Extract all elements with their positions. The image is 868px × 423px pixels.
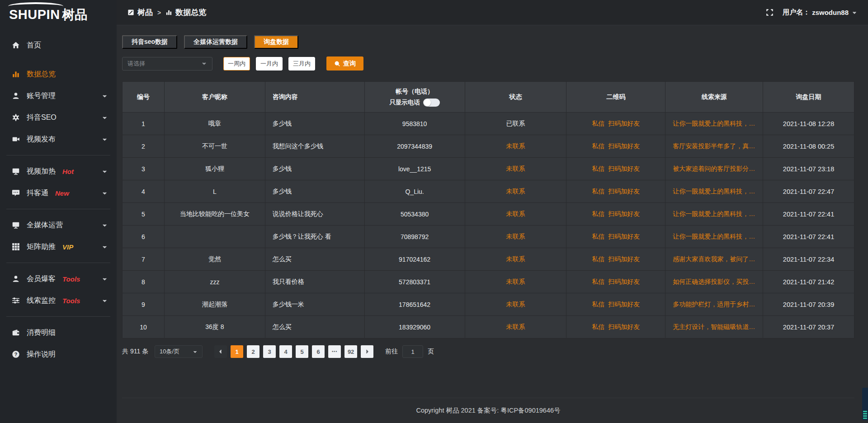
fullscreen-icon[interactable] xyxy=(766,9,774,16)
row-account: Q_Liu. xyxy=(364,180,465,203)
row-content: 说说价格让我死心 xyxy=(265,203,364,226)
next-page-button[interactable] xyxy=(361,345,373,358)
qr-private-message-link[interactable]: 私信 xyxy=(592,255,604,263)
sidebar-item-matrix-boost[interactable]: 矩阵助推VIP xyxy=(0,236,117,258)
row-account: 2097344839 xyxy=(364,135,465,158)
row-source-link[interactable]: 让你一眼就爱上的黑科技，能... xyxy=(665,180,763,203)
qr-private-message-link[interactable]: 私信 xyxy=(592,188,604,195)
row-source-link[interactable]: 多功能护栏灯，适用于乡村文... xyxy=(665,293,763,316)
phone-only-toggle[interactable] xyxy=(423,99,440,107)
query-button[interactable]: 查询 xyxy=(326,56,363,70)
qr-private-message-link[interactable]: 私信 xyxy=(592,278,604,285)
sidebar-item-member-burst[interactable]: 会员爆客Tools xyxy=(0,268,117,290)
chevron-down-icon xyxy=(102,244,108,250)
qr-private-message-link[interactable]: 私信 xyxy=(592,142,604,150)
chevron-down-icon xyxy=(102,169,108,174)
row-source-link[interactable]: 让你一眼就爱上的黑科技，能... xyxy=(665,113,763,135)
page-button-1[interactable]: 1 xyxy=(231,345,243,358)
row-date: 2021-11-07 22:34 xyxy=(763,248,854,271)
qr-private-message-link[interactable]: 私信 xyxy=(592,120,604,127)
more-pages-button[interactable]: ••• xyxy=(328,345,341,358)
sidebar-item-video-publish[interactable]: 视频发布 xyxy=(0,128,117,150)
qr-scan-add-friend-link[interactable]: 扫码加好友 xyxy=(608,301,640,308)
row-source-link[interactable]: 无主灯设计，智能磁吸轨道灯... xyxy=(665,316,763,338)
row-date: 2021-11-08 12:28 xyxy=(763,113,854,135)
qr-scan-add-friend-link[interactable]: 扫码加好友 xyxy=(608,142,640,150)
chevron-down-icon xyxy=(102,298,108,304)
row-content: 怎么买 xyxy=(265,248,364,271)
chat-icon xyxy=(12,189,20,197)
page-button-2[interactable]: 2 xyxy=(247,345,259,358)
qr-scan-add-friend-link[interactable]: 扫码加好友 xyxy=(608,188,640,195)
row-content: 多少钱？让我死心 看 xyxy=(265,226,364,248)
page-button-92[interactable]: 92 xyxy=(344,345,357,358)
table-row: 1036度 8怎么买183929060未联系私信扫码加好友无主灯设计，智能磁吸轨… xyxy=(123,316,854,338)
sidebar-item-account-manage[interactable]: 账号管理 xyxy=(0,85,117,107)
sidebar-item-help[interactable]: ?操作说明 xyxy=(0,343,117,365)
range-button-2[interactable]: 三月内 xyxy=(288,57,315,70)
filter-select-placeholder: 请选择 xyxy=(127,60,145,68)
goto-page-input[interactable] xyxy=(402,345,423,358)
page-size-select[interactable]: 10条/页 xyxy=(155,345,203,358)
row-source-link[interactable]: 让你一眼就爱上的黑科技，能... xyxy=(665,203,763,226)
qr-scan-add-friend-link[interactable]: 扫码加好友 xyxy=(608,323,640,330)
page-button-5[interactable]: 5 xyxy=(296,345,308,358)
breadcrumb-separator: > xyxy=(156,9,162,16)
row-source-link[interactable]: 被大家追着问的客厅投影分享... xyxy=(665,158,763,180)
row-content: 多少钱 xyxy=(265,113,364,135)
breadcrumb-root[interactable]: 树品 xyxy=(137,7,153,18)
tab-button-2[interactable]: 询盘数据 xyxy=(254,35,298,49)
chevron-down-icon xyxy=(102,136,108,142)
range-button-1[interactable]: 一月内 xyxy=(256,57,283,70)
row-source-link[interactable]: 让你一眼就爱上的黑科技，能... xyxy=(665,226,763,248)
qr-scan-add-friend-link[interactable]: 扫码加好友 xyxy=(608,255,640,263)
logo: SHUPIN树品 xyxy=(0,0,117,27)
qr-private-message-link[interactable]: 私信 xyxy=(592,210,604,217)
filter-select[interactable]: 请选择 xyxy=(122,57,212,70)
col-header-date: 询盘日期 xyxy=(763,82,854,113)
row-content: 多少钱一米 xyxy=(265,293,364,316)
sidebar-item-consume-detail[interactable]: 消费明细 xyxy=(0,322,117,343)
qr-private-message-link[interactable]: 私信 xyxy=(592,301,604,308)
qr-scan-add-friend-link[interactable]: 扫码加好友 xyxy=(608,165,640,172)
chevron-down-icon xyxy=(193,349,198,354)
sidebar-item-home[interactable]: 首页 xyxy=(0,34,117,56)
user-menu[interactable]: 用户名：zswodun88 xyxy=(783,8,857,17)
sidebar-item-label: 视频发布 xyxy=(27,135,56,144)
page-button-3[interactable]: 3 xyxy=(263,345,276,358)
col-header-account-title: 帐号（电话） xyxy=(365,88,465,96)
copyright-text: Copyright 树品 2021 备案号: 粤ICP备09019646号 xyxy=(416,406,560,415)
qr-scan-add-friend-link[interactable]: 扫码加好友 xyxy=(608,120,640,127)
qr-private-message-link[interactable]: 私信 xyxy=(592,323,604,330)
range-button-0[interactable]: 一周内 xyxy=(223,57,250,70)
qr-scan-add-friend-link[interactable]: 扫码加好友 xyxy=(608,233,640,240)
sidebar-item-lead-monitor[interactable]: 线索监控Tools xyxy=(0,290,117,311)
row-content: 多少钱 xyxy=(265,158,364,180)
row-source-link[interactable]: 如何正确选择投影仪，买投影... xyxy=(665,271,763,293)
tab-button-1[interactable]: 全媒体运营数据 xyxy=(184,35,247,49)
sidebar-item-video-heat[interactable]: 视频加热Hot xyxy=(0,160,117,182)
qr-private-message-link[interactable]: 私信 xyxy=(592,165,604,172)
sidebar-item-data-overview[interactable]: 数据总览 xyxy=(0,63,117,85)
page-button-6[interactable]: 6 xyxy=(312,345,325,358)
row-source-link[interactable]: 感谢大家喜欢我家，被问了好... xyxy=(665,248,763,271)
qr-scan-add-friend-link[interactable]: 扫码加好友 xyxy=(608,278,640,285)
page-button-4[interactable]: 4 xyxy=(279,345,292,358)
qr-scan-add-friend-link[interactable]: 扫码加好友 xyxy=(608,210,640,217)
goto-label: 前往 xyxy=(385,348,398,356)
sidebar-item-douyin-seo[interactable]: 抖音SEO xyxy=(0,107,117,128)
qr-private-message-link[interactable]: 私信 xyxy=(592,233,604,240)
prev-page-button[interactable] xyxy=(214,345,227,358)
row-id: 9 xyxy=(123,293,165,316)
tab-button-0[interactable]: 抖音seo数据 xyxy=(122,35,177,49)
sidebar-item-label: 矩阵助推 xyxy=(27,242,56,252)
row-nickname: 36度 8 xyxy=(164,316,265,338)
sidebar-item-douketong[interactable]: 抖客通New xyxy=(0,182,117,204)
doc-chart-icon xyxy=(127,9,134,16)
filter-row: 请选择 一周内一月内三月内 查询 xyxy=(122,56,854,70)
sidebar-item-omni-media[interactable]: 全媒体运营 xyxy=(0,214,117,236)
row-id: 10 xyxy=(123,316,165,338)
table-row: 7觉然怎么买917024162未联系私信扫码加好友感谢大家喜欢我家，被问了好..… xyxy=(123,248,854,271)
row-status: 已联系 xyxy=(465,113,566,135)
row-source-link[interactable]: 客厅安装投影半年多了，真实... xyxy=(665,135,763,158)
